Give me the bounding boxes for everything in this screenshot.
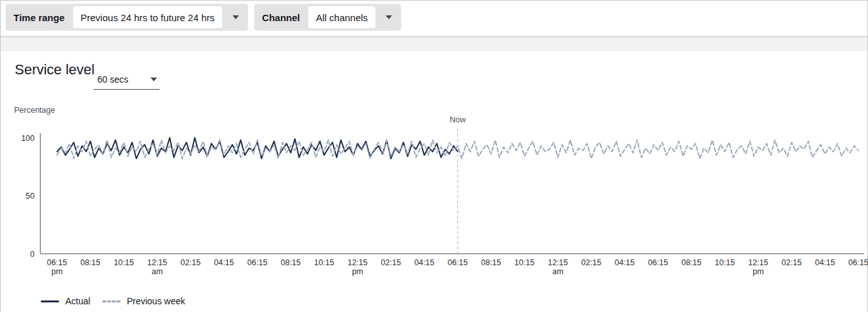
svg-text:06:15: 06:15: [848, 258, 868, 267]
svg-text:12:15: 12:15: [147, 258, 167, 267]
svg-text:04:15: 04:15: [614, 258, 634, 267]
section-divider: [1, 36, 867, 51]
svg-text:10:15: 10:15: [114, 258, 134, 267]
svg-text:04:15: 04:15: [214, 258, 234, 267]
service-level-dashboard: Time range Previous 24 hrs to future 24 …: [0, 0, 868, 312]
svg-text:08:15: 08:15: [682, 258, 701, 267]
legend-item-actual: Actual: [41, 296, 90, 306]
svg-text:10:15: 10:15: [715, 258, 735, 267]
svg-text:10:15: 10:15: [514, 258, 534, 267]
svg-text:04:15: 04:15: [815, 258, 835, 267]
legend-label-previous-week: Previous week: [127, 296, 185, 306]
chevron-down-icon[interactable]: [233, 15, 239, 19]
channel-value: All channels: [316, 12, 368, 23]
svg-text:Now: Now: [450, 115, 466, 124]
page-title: Service level: [15, 62, 95, 78]
svg-text:06:15: 06:15: [47, 258, 67, 267]
svg-text:08:15: 08:15: [481, 258, 501, 267]
svg-text:06:15: 06:15: [448, 258, 468, 267]
svg-text:pm: pm: [753, 267, 764, 276]
threshold-value: 60 secs: [97, 74, 128, 85]
x-axis-labels: 06:15pm08:1510:1512:15am02:1504:1506:150…: [47, 258, 868, 276]
svg-text:pm: pm: [352, 267, 363, 276]
svg-text:06:15: 06:15: [648, 258, 668, 267]
chevron-down-icon[interactable]: [386, 15, 392, 19]
legend-item-previous-week: Previous week: [102, 296, 185, 306]
legend-label-actual: Actual: [65, 296, 90, 306]
now-marker: Now: [450, 115, 466, 254]
filter-bar: Time range Previous 24 hrs to future 24 …: [1, 1, 867, 36]
svg-text:02:15: 02:15: [782, 258, 801, 267]
channel-select[interactable]: All channels: [308, 6, 375, 28]
svg-text:am: am: [152, 267, 163, 276]
svg-text:02:15: 02:15: [381, 258, 401, 267]
channel-label: Channel: [262, 12, 300, 23]
previous-week-line-swatch-icon: [102, 300, 120, 302]
time-range-select[interactable]: Previous 24 hrs to future 24 hrs: [73, 6, 222, 28]
svg-text:02:15: 02:15: [181, 258, 201, 267]
svg-text:50: 50: [26, 192, 35, 201]
chevron-down-icon: [151, 78, 157, 81]
service-level-chart: 10050006:15pm08:1510:1512:15am02:1504:15…: [1, 106, 868, 282]
svg-text:12:15: 12:15: [347, 258, 367, 267]
svg-text:100: 100: [21, 134, 35, 143]
chart-axes: [40, 133, 864, 254]
svg-text:12:15: 12:15: [548, 258, 568, 267]
svg-text:pm: pm: [51, 267, 62, 276]
svg-text:12:15: 12:15: [748, 258, 768, 267]
svg-text:am: am: [552, 267, 563, 276]
chart-legend: Actual Previous week: [41, 296, 197, 306]
svg-text:08:15: 08:15: [80, 258, 100, 267]
svg-text:04:15: 04:15: [414, 258, 434, 267]
svg-text:10:15: 10:15: [314, 258, 334, 267]
svg-text:08:15: 08:15: [281, 258, 300, 267]
actual-line-swatch-icon: [41, 300, 59, 302]
channel-filter: Channel All channels: [254, 4, 401, 31]
time-range-value: Previous 24 hrs to future 24 hrs: [81, 12, 215, 23]
svg-text:06:15: 06:15: [247, 258, 267, 267]
y-axis-labels: 100500: [21, 134, 35, 259]
svg-text:02:15: 02:15: [581, 258, 601, 267]
threshold-select[interactable]: 60 secs: [94, 69, 160, 90]
time-range-filter: Time range Previous 24 hrs to future 24 …: [6, 4, 248, 31]
svg-text:0: 0: [30, 250, 35, 259]
service-level-panel: Service level 60 secs Percentage 1005000…: [1, 51, 867, 312]
time-range-label: Time range: [13, 12, 65, 23]
